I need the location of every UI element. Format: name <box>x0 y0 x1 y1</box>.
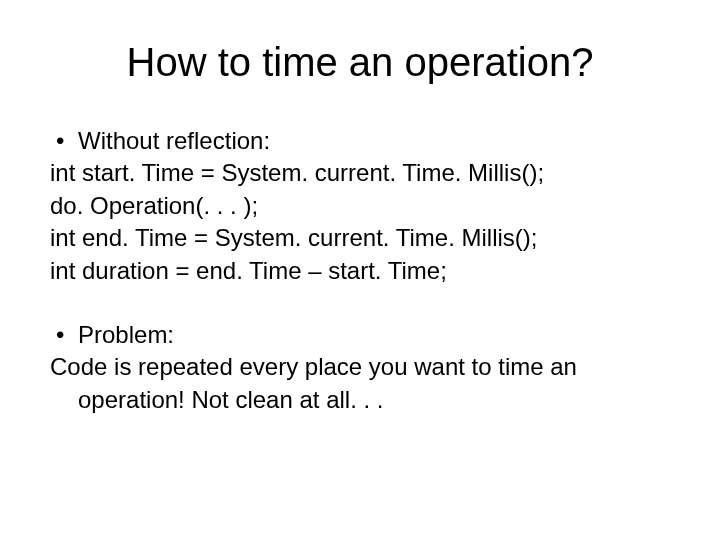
code-line: do. Operation(. . . ); <box>50 190 670 222</box>
slide-body: Without reflection: int start. Time = Sy… <box>50 125 670 416</box>
code-line: int start. Time = System. current. Time.… <box>50 157 670 189</box>
bullet-without-reflection: Without reflection: <box>50 125 670 157</box>
slide-title: How to time an operation? <box>50 40 670 85</box>
code-line: int duration = end. Time – start. Time; <box>50 255 670 287</box>
spacer <box>50 287 670 319</box>
code-line: int end. Time = System. current. Time. M… <box>50 222 670 254</box>
problem-text: Code is repeated every place you want to… <box>50 351 670 416</box>
slide: How to time an operation? Without reflec… <box>0 0 720 540</box>
bullet-problem: Problem: <box>50 319 670 351</box>
